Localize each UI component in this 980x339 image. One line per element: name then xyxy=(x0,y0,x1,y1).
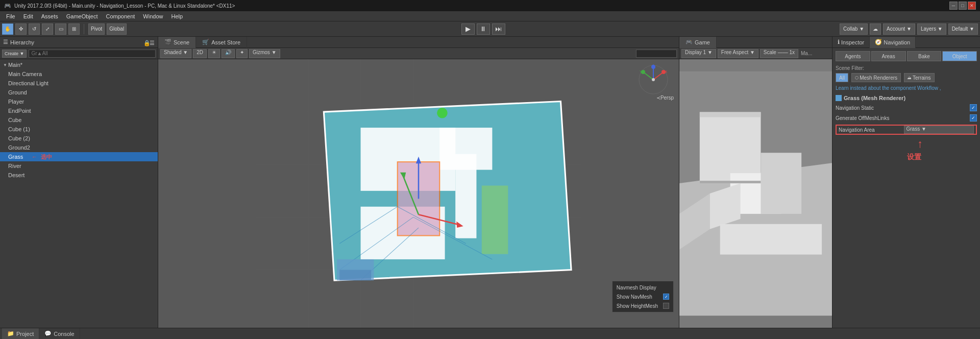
tab-inspector[interactable]: ℹ Inspector xyxy=(832,37,870,48)
show-heightmesh-checkbox[interactable] xyxy=(663,303,669,309)
aspect-dropdown[interactable]: Free Aspect ▼ xyxy=(718,49,758,58)
tool-transform[interactable]: ⊞ xyxy=(68,23,80,35)
gen-offmesh-checkbox[interactable]: ✓ xyxy=(970,114,977,122)
hierarchy-item-endpoint[interactable]: EndPoint xyxy=(0,106,158,115)
hierarchy-item-dirlight[interactable]: Directional Light xyxy=(0,79,158,88)
layers-dropdown[interactable]: Layers ▼ xyxy=(917,23,946,35)
cloud-icon: ☁ xyxy=(873,26,878,32)
hierarchy-item-desert[interactable]: Desert xyxy=(0,171,158,180)
hierarchy-lock-icon[interactable]: 🔒 xyxy=(143,40,149,45)
filter-mesh-renderers-btn[interactable]: ⬡ Mesh Renderers xyxy=(851,73,901,82)
minimize-button[interactable]: ─ xyxy=(949,2,958,10)
shading-dropdown[interactable]: Shaded ▼ xyxy=(160,49,191,58)
game-tab-label: Game xyxy=(695,39,710,45)
navmesh-showheight-row: Show HeightMesh xyxy=(617,302,669,310)
play-button[interactable]: ▶ xyxy=(461,23,475,35)
nav-tab-agents[interactable]: Agents xyxy=(836,51,870,61)
svg-rect-52 xyxy=(700,181,761,183)
nav-area-label: Navigation Area xyxy=(839,127,904,133)
pivot-button[interactable]: Pivot xyxy=(88,23,105,35)
default-label: Default ▼ xyxy=(952,26,974,32)
gizmos-dropdown[interactable]: Gizmos ▼ xyxy=(249,49,280,58)
collab-label: Collab ▼ xyxy=(843,26,864,32)
hierarchy-menu-icon[interactable]: ☰ xyxy=(150,40,155,45)
tab-console[interactable]: 💬 Console xyxy=(39,328,80,340)
fx-button[interactable]: ✦ xyxy=(236,49,248,58)
right-panel: ℹ Inspector 🧭 Navigation Agents Areas Ba… xyxy=(832,37,980,328)
hierarchy-item-label: Player xyxy=(8,99,24,105)
hierarchy-item-ground2[interactable]: Ground2 xyxy=(0,143,158,152)
nav-static-checkbox[interactable]: ✓ xyxy=(970,104,977,111)
scale-control[interactable]: Scale —— 1x xyxy=(760,49,798,58)
hierarchy-search-input[interactable] xyxy=(29,50,156,58)
hierarchy-item-grass[interactable]: Grass ← 选中 xyxy=(0,152,158,161)
show-navmesh-checkbox[interactable]: ✓ xyxy=(663,294,669,300)
tool-hand[interactable]: ✋ xyxy=(2,23,13,35)
nav-area-row: Navigation Area Grass ▼ xyxy=(836,125,977,135)
collab-dropdown[interactable]: Collab ▼ xyxy=(840,23,868,35)
nav-subtabs: Agents Areas Bake Object xyxy=(836,51,977,61)
hierarchy-item-ground[interactable]: Ground xyxy=(0,88,158,97)
hierarchy-create-btn[interactable]: Create ▼ xyxy=(2,50,27,58)
nav-tab-object[interactable]: Object xyxy=(942,51,977,61)
project-icon: 📁 xyxy=(7,330,14,337)
account-dropdown[interactable]: Account ▼ xyxy=(883,23,915,35)
filter-all-btn[interactable]: All xyxy=(836,73,848,82)
menubar: File Edit Assets GameObject Component Wi… xyxy=(0,11,980,21)
close-button[interactable]: ✕ xyxy=(968,2,976,10)
hierarchy-item-cube[interactable]: Cube xyxy=(0,115,158,125)
menu-component[interactable]: Component xyxy=(102,12,139,20)
tab-navigation[interactable]: 🧭 Navigation xyxy=(870,37,916,48)
nav-tab-bake[interactable]: Bake xyxy=(907,51,942,61)
tool-scale[interactable]: ⤢ xyxy=(42,23,53,35)
hierarchy-item-label: Desert xyxy=(8,172,24,178)
pause-button[interactable]: ⏸ xyxy=(477,23,490,35)
tool-move[interactable]: ✜ xyxy=(15,23,27,35)
project-tab-label: Project xyxy=(16,331,34,337)
hierarchy-item-main[interactable]: ▼ Main* xyxy=(0,60,158,69)
hierarchy-item-player[interactable]: Player xyxy=(0,97,158,106)
annotation-container: ↑ 设置 xyxy=(836,135,977,176)
svg-point-40 xyxy=(641,70,645,74)
tab-scene[interactable]: 🎬 Scene xyxy=(158,37,196,48)
global-button[interactable]: Global xyxy=(107,23,127,35)
bottom-bar: 📁 Project 💬 Console xyxy=(0,328,980,339)
step-button[interactable]: ⏭ xyxy=(492,23,505,35)
console-tab-label: Console xyxy=(54,331,74,337)
tab-asset-store[interactable]: 🛒 Asset Store xyxy=(196,37,247,48)
menu-help[interactable]: Help xyxy=(167,12,187,20)
maximize-button[interactable]: □ xyxy=(959,2,967,10)
scene-search-input[interactable] xyxy=(636,50,677,58)
hierarchy-item-cube2[interactable]: Cube (2) xyxy=(0,134,158,143)
tool-rect[interactable]: ▭ xyxy=(55,23,66,35)
nav-area-dropdown[interactable]: Grass ▼ xyxy=(904,126,974,134)
audio-button[interactable]: 🔊 xyxy=(222,49,235,58)
hierarchy-item-cube1[interactable]: Cube (1) xyxy=(0,125,158,134)
filter-terrains-btn[interactable]: ⛰ Terrains xyxy=(904,73,935,82)
lighting-button[interactable]: ☀ xyxy=(208,49,220,58)
default-dropdown[interactable]: Default ▼ xyxy=(948,23,978,35)
hierarchy-item-label: Main* xyxy=(8,62,22,68)
tool-rotate[interactable]: ↺ xyxy=(29,23,40,35)
hierarchy-item-maincamera[interactable]: Main Camera xyxy=(0,69,158,79)
menu-edit[interactable]: Edit xyxy=(19,12,37,20)
2d-button[interactable]: 2D xyxy=(193,49,207,58)
menu-file[interactable]: File xyxy=(2,12,19,20)
learn-link[interactable]: Learn instead about the component Workfl… xyxy=(836,85,977,91)
menu-assets[interactable]: Assets xyxy=(37,12,62,20)
menu-window[interactable]: Window xyxy=(139,12,167,20)
nav-tab-areas[interactable]: Areas xyxy=(871,51,906,61)
hierarchy-item-river[interactable]: River xyxy=(0,161,158,171)
scene-canvas xyxy=(158,59,679,328)
gizmo[interactable]: X Y Z xyxy=(638,64,669,95)
hierarchy-item-label: Ground xyxy=(8,89,27,95)
persp-label: ≺Persp xyxy=(656,95,674,101)
scene-view[interactable]: X Y Z ≺Persp Navmesh Display Sh xyxy=(158,59,679,328)
tab-game[interactable]: 🎮 Game xyxy=(679,37,717,48)
game-view[interactable] xyxy=(679,59,832,328)
menu-gameobject[interactable]: GameObject xyxy=(62,12,102,20)
cloud-button[interactable]: ☁ xyxy=(870,23,881,35)
scene-filter-label: Scene Filter: xyxy=(836,65,977,71)
tab-project[interactable]: 📁 Project xyxy=(2,328,39,340)
display-dropdown[interactable]: Display 1 ▼ xyxy=(681,49,716,58)
